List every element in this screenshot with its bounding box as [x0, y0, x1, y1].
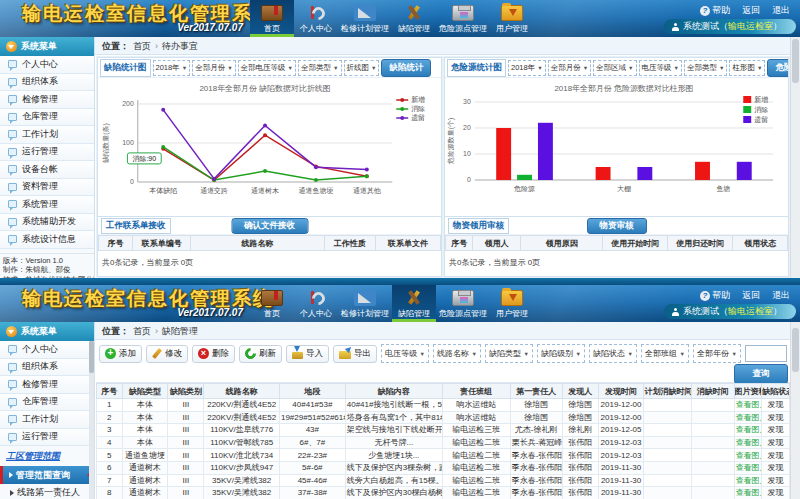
defect-stats-button[interactable]: 缺陷统计: [381, 59, 431, 77]
filter-select[interactable]: 缺陷类型▼: [485, 344, 533, 363]
filter-select[interactable]: 全部班组▼: [641, 344, 689, 363]
nav-tab-6[interactable]: 用户管理: [490, 0, 534, 37]
sidebar-item[interactable]: 运行管理: [0, 429, 94, 447]
table-row[interactable]: 6通道树木III110KV/步凤线9475#-6#线下及保护区内3棵杂树，距线4…: [97, 461, 790, 474]
nav-tab-3[interactable]: 检修计划管理: [338, 285, 392, 322]
scrollbar-thumb[interactable]: [792, 328, 799, 372]
table-row[interactable]: 7通道树木III35KV/吴滩线38245#-46#线旁大白杨超高，有15棵。（…: [97, 474, 790, 487]
back-link[interactable]: 返回: [742, 289, 760, 302]
sidebar-item[interactable]: 检修管理: [0, 376, 94, 394]
filter-select[interactable]: 2018年▼: [153, 60, 191, 76]
sidebar-item[interactable]: 仓库管理: [0, 109, 94, 127]
view-image-link[interactable]: 查看图片: [734, 411, 762, 424]
filter-select[interactable]: 全部年份▼: [693, 344, 741, 363]
exit-link[interactable]: 退出: [772, 289, 790, 302]
filter-select[interactable]: 电压等级▼: [639, 60, 682, 76]
search-input[interactable]: [745, 345, 787, 362]
filter-select[interactable]: 全部月份▼: [192, 60, 235, 76]
sidebar-item[interactable]: 组织体系: [0, 74, 94, 92]
nav-tab-6[interactable]: 用户管理: [490, 285, 534, 322]
table-cell: 输电运检二班: [442, 436, 510, 449]
filter-select[interactable]: 缺陷状态▼: [589, 344, 637, 363]
help-link[interactable]: ?帮助: [700, 4, 730, 17]
filter-select[interactable]: 柱形图▼: [729, 60, 765, 76]
user-badge[interactable]: 系统测试（输电运检室）: [664, 304, 796, 319]
back-link[interactable]: 返回: [742, 4, 760, 17]
table-row[interactable]: 5通道鱼塘埂III110KV/淮北线73422#-23#少鱼塘埂1块...输电运…: [97, 449, 790, 462]
sidebar-item-management-scope[interactable]: 管理范围查询: [0, 466, 94, 484]
help-link[interactable]: ?帮助: [700, 289, 730, 302]
filter-select[interactable]: 线路名称▼: [433, 344, 481, 363]
nav-tab-4[interactable]: 缺陷管理: [392, 285, 436, 322]
view-image-link[interactable]: 查看图片: [734, 487, 762, 499]
hazard-stats-tab[interactable]: 危险源统计图: [447, 59, 506, 77]
nav-tab-1[interactable]: 首页: [250, 285, 294, 322]
toolbar-button-delete[interactable]: 删除: [192, 345, 235, 363]
sidebar-item[interactable]: 工作计划: [0, 126, 94, 144]
breadcrumb-home[interactable]: 首页: [133, 40, 151, 53]
filter-select[interactable]: 折线图▼: [344, 60, 380, 76]
sidebar-scrollbar[interactable]: [89, 341, 94, 499]
material-tab[interactable]: 物资领用审核: [448, 218, 509, 234]
sidebar-item[interactable]: 个人中心: [0, 56, 94, 74]
filter-select[interactable]: 全部区域▼: [593, 60, 636, 76]
confirm-file-button[interactable]: 确认文件接收: [231, 218, 308, 234]
view-image-link[interactable]: 查看图片: [734, 399, 762, 412]
view-image-link[interactable]: 查看图片: [734, 436, 762, 449]
sidebar-item[interactable]: 资料管理: [0, 179, 94, 197]
filter-select[interactable]: 全部类型▼: [684, 60, 727, 76]
filter-select[interactable]: 缺陷级别▼: [537, 344, 585, 363]
worksheet-tab[interactable]: 工作联系单接收: [101, 218, 171, 234]
sidebar-item[interactable]: 个人中心: [0, 341, 94, 359]
nav-tab-4[interactable]: 缺陷管理: [392, 0, 436, 37]
defect-stats-tab[interactable]: 缺陷统计图: [100, 59, 151, 77]
nav-tab-5[interactable]: 危险源点管理: [436, 285, 490, 322]
sidebar-scrollbar-thumb[interactable]: [89, 341, 94, 373]
sidebar-header[interactable]: 系统菜单: [0, 322, 94, 341]
breadcrumb-home[interactable]: 首页: [133, 325, 151, 338]
sidebar-item[interactable]: 系统管理: [0, 196, 94, 214]
sidebar-item[interactable]: 系统辅助开发: [0, 214, 94, 232]
table-row[interactable]: 4本体III110KV/管郸线7856#、7#无杆号牌...输电运检二班栗长兵-…: [97, 436, 790, 449]
sidebar-item[interactable]: 仓库管理: [0, 394, 94, 412]
nav-tab-2[interactable]: 个人中心: [294, 0, 338, 37]
view-image-link[interactable]: 查看图片: [734, 424, 762, 437]
table-row[interactable]: 2本体III220KV/荆通线4E5219#29#51#52#61#79#81#…: [97, 411, 790, 424]
table-row[interactable]: 8通道树木III35KV/吴滩线38237#-38#线下及保护区内30棵白杨树，…: [97, 487, 790, 499]
filter-select[interactable]: 2018年▼: [508, 60, 546, 76]
nav-tab-1[interactable]: 首页: [250, 0, 294, 37]
toolbar-button-refresh[interactable]: 刷新: [239, 345, 282, 363]
nav-tab-3[interactable]: 检修计划管理: [338, 0, 392, 37]
exit-link[interactable]: 退出: [772, 4, 790, 17]
sidebar-item-line-responsible[interactable]: 线路第一责任人: [0, 484, 94, 499]
toolbar-button-export[interactable]: 导出: [333, 345, 377, 363]
sidebar-header[interactable]: 系统菜单: [0, 37, 94, 56]
toolbar-button-import[interactable]: 导入: [286, 345, 329, 363]
nav-tab-5[interactable]: 危险源点管理: [436, 0, 490, 37]
sidebar-item[interactable]: 运行管理: [0, 144, 94, 162]
filter-select[interactable]: 全部月份▼: [548, 60, 591, 76]
sidebar-item[interactable]: 组织体系: [0, 359, 94, 377]
query-button[interactable]: 查询: [734, 364, 788, 384]
view-image-link[interactable]: 查看图片: [734, 474, 762, 487]
toolbar-button-add[interactable]: 添加: [99, 345, 142, 363]
view-image-link[interactable]: 查看图片: [734, 449, 762, 462]
table-row[interactable]: 3本体III110KV/盐阜线77643#架空线与接地引下线处断开...输电运检…: [97, 424, 790, 437]
sidebar-item[interactable]: 检修管理: [0, 91, 94, 109]
view-image-link[interactable]: 查看图片: [734, 461, 762, 474]
sidebar-item[interactable]: 系统设计信息: [0, 231, 94, 249]
page-scrollbar[interactable]: [790, 322, 800, 499]
nav-tab-2[interactable]: 个人中心: [294, 285, 338, 322]
filter-select[interactable]: 全部类型▼: [298, 60, 341, 76]
filter-select[interactable]: 电压等级▼: [381, 344, 429, 363]
scrollbar-thumb[interactable]: [792, 39, 799, 83]
hazard-stats-button[interactable]: 危险源统计: [767, 59, 788, 77]
sidebar-item[interactable]: 设备台帐: [0, 161, 94, 179]
page-scrollbar[interactable]: [790, 37, 800, 285]
filter-select[interactable]: 全部电压等级▼: [238, 60, 296, 76]
user-badge[interactable]: 系统测试（输电运检室）: [664, 19, 796, 34]
toolbar-button-edit[interactable]: 修改: [146, 345, 188, 363]
material-review-button[interactable]: 物资审核: [587, 218, 647, 234]
table-row[interactable]: 1本体III220KV/荆通线4E5240#41#53#40#41#接地引线断一…: [97, 399, 790, 412]
sidebar-item[interactable]: 工作计划: [0, 411, 94, 429]
